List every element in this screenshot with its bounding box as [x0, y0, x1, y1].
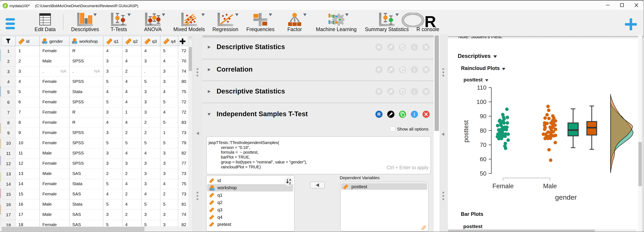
svg-text:gender: gender — [555, 193, 577, 201]
svg-text:posttest: posttest — [462, 120, 470, 142]
svg-text:100: 100 — [476, 99, 486, 105]
svg-text:80: 80 — [480, 127, 486, 134]
svg-text:60: 60 — [480, 156, 486, 162]
svg-text:110: 110 — [477, 84, 486, 91]
svg-text:A: A — [289, 178, 291, 182]
svg-text:Male: Male — [543, 183, 557, 190]
svg-text:70: 70 — [480, 142, 486, 148]
svg-text:90: 90 — [480, 113, 486, 119]
svg-text:Z: Z — [289, 182, 291, 185]
svg-text:Female: Female — [492, 183, 514, 190]
svg-text:R: R — [424, 13, 436, 27]
svg-text:50: 50 — [480, 170, 486, 177]
